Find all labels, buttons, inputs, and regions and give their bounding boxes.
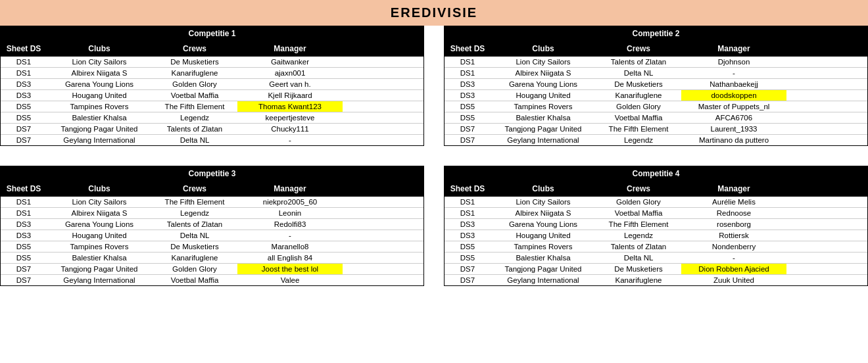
comp2-title: Competitie 2 [445,26,867,41]
table-row: DS7Tangjong Pagar UnitedDe MusketiersDio… [445,264,867,275]
spacer-v2 [424,146,444,166]
comp4-header: Sheet DS Clubs Crews Manager [445,181,867,197]
competition-3: Competitie 3 Sheet DS Clubs Crews Manage… [0,166,424,286]
table-row: DS3Hougang UnitedVoetbal MaffiaKjell Rij… [1,90,423,101]
table-row: DS5Balestier KhalsaLegendzkeepertjesteve [1,112,423,124]
table-row: DS7Geylang InternationalKanarifugleneZuu… [445,275,867,285]
comp2-header: Sheet DS Clubs Crews Manager [445,41,867,57]
table-row: DS3Hougang UnitedKanarifuglenedoodskoppe… [445,90,867,101]
comp4-title: Competitie 4 [445,166,867,181]
table-row: DS5Balestier KhalsaKanarifugleneall Engl… [1,253,423,264]
table-row: DS5Tampines RoversTalents of ZlatanNonde… [445,241,867,253]
competitions-grid: Competitie 1 Sheet DS Clubs Crews Manage… [0,26,868,286]
table-row: DS1Lion City SailorsThe Fifth Elementnie… [1,197,423,208]
comp3-header: Sheet DS Clubs Crews Manager [1,181,423,197]
page-title: EREDIVISIE [0,0,868,26]
table-row: DS1Lion City SailorsTalents of ZlatanDjo… [445,57,867,68]
spacer-h2 [424,166,444,286]
table-row: DS1Albirex Niigata SDelta NL- [445,68,867,79]
comp1-title: Competitie 1 [1,26,423,41]
table-row: DS3Hougang UnitedDelta NL- [1,230,423,241]
table-row: DS3Garena Young LionsGolden GloryGeert v… [1,79,423,90]
table-row: DS1Lion City SailorsGolden GloryAurélie … [445,197,867,208]
table-row: DS7Tangjong Pagar UnitedGolden GloryJoos… [1,264,423,275]
comp1-header-ds: Sheet DS [1,43,47,55]
table-row: DS7Tangjong Pagar UnitedTalents of Zlata… [1,124,423,135]
competition-1: Competitie 1 Sheet DS Clubs Crews Manage… [0,26,424,146]
table-row: DS7Tangjong Pagar UnitedThe Fifth Elemen… [445,124,867,135]
table-row: DS1Albirex Niigata SVoetbal MaffiaRednoo… [445,208,867,219]
table-row: DS3Garena Young LionsDe MusketiersNathan… [445,79,867,90]
comp1-header-crews: Crews [152,43,237,55]
comp1-header-manager: Manager [237,43,343,55]
table-row: DS3Garena Young LionsTalents of ZlatanRe… [1,219,423,230]
comp1-header-clubs: Clubs [47,43,152,55]
comp1-header: Sheet DS Clubs Crews Manager [1,41,423,57]
table-row: DS1Lion City SailorsDe MusketiersGaitwan… [1,57,423,68]
competition-2: Competitie 2 Sheet DS Clubs Crews Manage… [444,26,868,146]
table-row: DS3Garena Young LionsThe Fifth Elementro… [445,219,867,230]
comp3-title: Competitie 3 [1,166,423,181]
table-row: DS5Tampines RoversThe Fifth ElementThoma… [1,101,423,112]
spacer-h1 [424,26,444,146]
table-row: DS1Albirex Niigata SKanarifugleneajaxn00… [1,68,423,79]
table-row: DS5Balestier KhalsaDelta NL- [445,253,867,264]
table-row: DS5Balestier KhalsaVoetbal MaffiaAFCA670… [445,112,867,124]
competition-4: Competitie 4 Sheet DS Clubs Crews Manage… [444,166,868,286]
table-row: DS7Geylang InternationalDelta NL- [1,135,423,145]
table-row: DS3Hougang UnitedLegendzRottiersk [445,230,867,241]
table-row: DS7Geylang InternationalLegendzMartinano… [445,135,867,145]
table-row: DS5Tampines RoversDe MusketiersMaranello… [1,241,423,253]
table-row: DS7Geylang InternationalVoetbal MaffiaVa… [1,275,423,285]
table-row: DS5Tampines RoversGolden GloryMaster of … [445,101,867,112]
table-row: DS1Albirex Niigata SLegendzLeonin [1,208,423,219]
spacer-v3 [444,146,868,166]
spacer-v1 [0,146,424,166]
